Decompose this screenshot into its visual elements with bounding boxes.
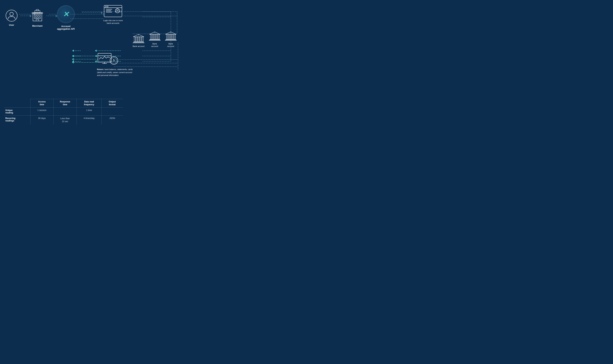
return-section: $ Return: bank balance, statements, card… bbox=[97, 52, 134, 77]
svg-rect-56 bbox=[138, 37, 139, 42]
bank-label-2: Bankaccount bbox=[151, 42, 158, 48]
row-unique-output bbox=[101, 107, 123, 116]
return-icon: $ bbox=[97, 52, 118, 66]
row-recurring-frequency: 4 times/day bbox=[77, 116, 101, 124]
svg-rect-63 bbox=[150, 34, 152, 39]
merchant-label: Merchant bbox=[32, 25, 42, 27]
return-text: Return: bank balance, statements, cards … bbox=[97, 68, 134, 77]
svg-rect-45 bbox=[106, 12, 112, 13]
svg-rect-76 bbox=[174, 34, 176, 39]
svg-marker-88 bbox=[72, 55, 74, 57]
svg-rect-65 bbox=[154, 34, 156, 39]
table-header-access: Accesstime bbox=[30, 99, 54, 107]
svg-rect-58 bbox=[142, 37, 143, 42]
svg-point-47 bbox=[117, 9, 118, 11]
svg-rect-29 bbox=[34, 14, 36, 16]
svg-marker-16 bbox=[95, 60, 97, 62]
row-unique-label: Uniquereading bbox=[4, 107, 30, 116]
user-node: User bbox=[5, 9, 18, 26]
bank-icon-2: 2 bbox=[149, 31, 161, 41]
svg-point-42 bbox=[107, 6, 108, 7]
row-recurring-output: JSON bbox=[101, 116, 123, 124]
svg-rect-30 bbox=[37, 14, 38, 16]
merchant-icon bbox=[31, 9, 44, 23]
svg-point-41 bbox=[105, 6, 107, 7]
bank-account-3: 3 Bankaccount bbox=[165, 31, 177, 48]
svg-marker-92 bbox=[72, 61, 74, 64]
svg-marker-90 bbox=[72, 58, 74, 60]
svg-marker-20 bbox=[72, 55, 74, 57]
bottom-table: Accesstime Responsetime Data readfrequen… bbox=[4, 99, 209, 124]
row-unique-frequency: 1 time bbox=[77, 107, 101, 116]
api-label: Account aggregation API bbox=[57, 25, 75, 30]
svg-rect-39 bbox=[104, 5, 122, 17]
row-unique-access: 1 session bbox=[30, 107, 54, 116]
svg-marker-22 bbox=[72, 60, 74, 62]
svg-point-26 bbox=[10, 12, 13, 16]
table-header-output: Outputformat bbox=[101, 99, 123, 107]
bank-accounts-row: 1 Bank account 2 bbox=[133, 31, 177, 48]
login-icon bbox=[103, 4, 123, 18]
svg-text:$: $ bbox=[113, 59, 115, 62]
api-to-login-line bbox=[70, 10, 105, 20]
svg-rect-55 bbox=[136, 37, 137, 42]
svg-rect-34 bbox=[39, 17, 41, 19]
svg-rect-57 bbox=[140, 37, 141, 42]
svg-marker-14 bbox=[95, 55, 97, 57]
svg-rect-44 bbox=[106, 10, 111, 11]
table-header-response: Responsetime bbox=[54, 99, 77, 107]
row-recurring-access: 90 days bbox=[30, 116, 54, 124]
bank-account-2: 2 Bankaccount bbox=[149, 31, 161, 48]
table-header-empty bbox=[4, 99, 30, 107]
svg-rect-67 bbox=[158, 34, 160, 39]
svg-rect-33 bbox=[37, 17, 38, 19]
svg-marker-24 bbox=[72, 50, 74, 52]
svg-rect-43 bbox=[106, 9, 112, 10]
svg-rect-74 bbox=[170, 34, 172, 39]
svg-rect-80 bbox=[98, 53, 111, 62]
svg-rect-54 bbox=[134, 37, 136, 42]
merchant-node: Merchant bbox=[31, 9, 44, 27]
row-unique-response bbox=[54, 107, 77, 116]
svg-rect-35 bbox=[36, 19, 39, 21]
row-recurring-response: Less than10 sec bbox=[54, 116, 77, 124]
bank-account-1: 1 Bank account bbox=[133, 34, 145, 48]
bank-icon-1: 1 bbox=[133, 34, 144, 44]
bank-icon-3: 3 bbox=[165, 31, 177, 41]
svg-rect-64 bbox=[152, 34, 154, 39]
user-label: User bbox=[9, 24, 14, 26]
svg-rect-75 bbox=[172, 34, 174, 39]
return-arrows bbox=[71, 52, 99, 67]
bank-label-1: Bank account bbox=[133, 45, 145, 48]
login-label: Login into one or morebank accounts bbox=[103, 19, 123, 25]
svg-rect-66 bbox=[156, 34, 158, 39]
table-header-frequency: Data readfrequency bbox=[77, 99, 101, 107]
svg-rect-72 bbox=[166, 34, 168, 39]
user-icon bbox=[5, 9, 18, 22]
main-container: User Merchant bbox=[0, 0, 214, 127]
row-recurring-label: Recurringreadings bbox=[4, 116, 30, 124]
bank-label-3: Bankaccount bbox=[167, 42, 174, 48]
svg-rect-73 bbox=[168, 34, 170, 39]
api-node: ✕ Account aggregation API bbox=[57, 5, 75, 30]
api-circle: ✕ bbox=[57, 5, 75, 23]
svg-rect-31 bbox=[39, 14, 41, 16]
svg-rect-32 bbox=[34, 17, 36, 19]
svg-marker-18 bbox=[95, 50, 97, 52]
